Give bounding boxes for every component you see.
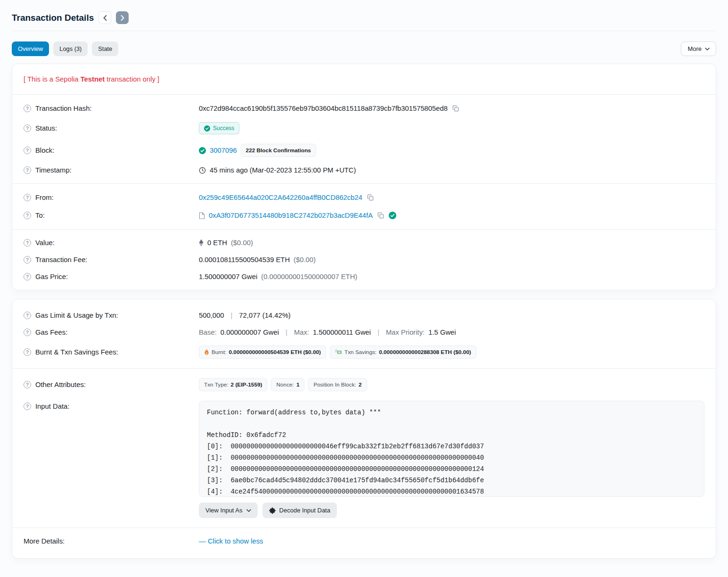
help-icon[interactable]: ? [24, 212, 31, 219]
row-transaction-hash: ? Transaction Hash: 0xc72d984ccac6190b5f… [24, 99, 704, 117]
separator: | [286, 329, 287, 336]
block-confirmations-badge: 222 Block Confirmations [241, 144, 316, 157]
separator: | [377, 329, 379, 336]
help-icon[interactable]: ? [24, 239, 31, 247]
from-address-link[interactable]: 0x259c49E65644a020C2A642260a4ffB0CD862cb… [199, 194, 362, 201]
row-status: ? Status: Success [24, 117, 704, 139]
gas-usage-value: 72,077 (14.42%) [239, 312, 290, 319]
help-icon[interactable]: ? [24, 348, 31, 356]
row-transaction-fee: ? Transaction Fee: 0.000108115500504539 … [24, 251, 704, 268]
input-data-content: Function: forward(address to,bytes data)… [207, 407, 696, 497]
row-block: ? Block: 3007096 222 Block Confirmations [24, 139, 704, 162]
to-label: To: [35, 212, 45, 219]
chevron-left-icon [103, 15, 107, 21]
value-amount: 0 ETH [207, 239, 227, 247]
banner-bold: Testnet [81, 75, 105, 83]
base-fee-label: Base: [199, 329, 217, 336]
row-gas-limit-usage: ? Gas Limit & Usage by Txn: 500,000 | 72… [24, 304, 704, 324]
row-input-data: ? Input Data: Function: forward(address … [24, 396, 704, 523]
position-badge-value: 2 [359, 381, 362, 388]
max-fee-label: Max: [294, 329, 309, 336]
max-priority-fee-label: Max Priority: [386, 329, 425, 336]
txn-savings-badge-label: Txn Savings: [344, 349, 376, 355]
page-title: Transaction Details [12, 13, 94, 23]
txn-type-badge-label: Txn Type: [204, 381, 229, 388]
help-icon[interactable]: ? [24, 256, 31, 264]
decode-input-data-button[interactable]: Decode Input Data [262, 503, 337, 518]
more-dropdown-button[interactable]: More [681, 41, 716, 56]
nonce-badge: Nonce: 1 [271, 378, 304, 391]
transaction-hash-label: Transaction Hash: [35, 105, 92, 112]
help-icon[interactable]: ? [24, 194, 31, 201]
banner-prefix: [ This is a Sepolia [24, 75, 81, 83]
verified-check-circle-icon [389, 212, 396, 219]
testnet-banner: [ This is a Sepolia Testnet transaction … [24, 69, 704, 90]
help-icon[interactable]: ? [24, 403, 31, 410]
copy-to-address-button[interactable] [376, 211, 385, 220]
tab-state[interactable]: State [92, 41, 118, 56]
divider [12, 528, 716, 528]
row-gas-price: ? Gas Price: 1.500000007 Gwei (0.0000000… [24, 268, 704, 285]
copy-from-address-button[interactable] [366, 193, 375, 202]
help-icon[interactable]: ? [24, 329, 31, 336]
page-header: Transaction Details [12, 8, 716, 31]
details-card: ? Gas Limit & Usage by Txn: 500,000 | 72… [12, 299, 716, 559]
help-icon[interactable]: ? [24, 124, 31, 132]
row-value: ? Value: 0 ETH ($0.00) [24, 234, 704, 251]
separator: | [231, 312, 233, 319]
gas-price-label: Gas Price: [35, 273, 68, 280]
view-input-as-dropdown[interactable]: View Input As [199, 503, 258, 518]
contract-document-icon [199, 212, 205, 219]
value-usd: ($0.00) [231, 239, 253, 247]
from-label: From: [35, 194, 54, 201]
txn-type-badge: Txn Type: 2 (EIP-1559) [199, 378, 267, 391]
help-icon[interactable]: ? [24, 381, 31, 388]
help-icon[interactable]: ? [24, 273, 31, 280]
tab-logs[interactable]: Logs (3) [53, 41, 88, 56]
tab-overview[interactable]: Overview [12, 41, 49, 56]
divider [12, 368, 716, 369]
position-in-block-badge: Position In Block: 2 [308, 378, 367, 391]
next-transaction-button[interactable] [116, 11, 129, 24]
gas-price-amount: 1.500000007 Gwei [199, 273, 257, 280]
previous-transaction-button[interactable] [98, 11, 111, 24]
burnt-fee-badge-label: Burnt: [212, 349, 226, 355]
gas-price-eth: (0.000000001500000007 ETH) [261, 273, 357, 280]
row-burnt-savings: ? Burnt & Txn Savings Fees: Burnt: 0.000… [24, 341, 704, 363]
transaction-details-page: Transaction Details Overview Logs (3) St… [0, 0, 728, 577]
help-icon[interactable]: ? [24, 312, 31, 319]
block-label: Block: [35, 147, 54, 154]
txn-savings-badge: Txn Savings: 0.000000000000288308 ETH ($… [330, 346, 476, 359]
help-icon[interactable]: ? [24, 147, 31, 154]
row-to: ? To: 0xA3f07D6773514480b918C2742b027b3a… [24, 206, 704, 224]
to-address-link[interactable]: 0xA3f07D6773514480b918C2742b027b3acD9E44… [209, 212, 373, 219]
tab-bar: Overview Logs (3) State More [12, 41, 716, 56]
transaction-fee-amount: 0.000108115500504539 ETH [199, 256, 290, 264]
copy-transaction-hash-button[interactable] [451, 104, 460, 113]
row-more-details: More Details: — Click to show less [24, 533, 704, 553]
row-other-attributes: ? Other Attributes: Txn Type: 2 (EIP-155… [24, 373, 704, 396]
burnt-fee-badge: Burnt: 0.000000000000504539 ETH ($0.00) [199, 346, 326, 359]
max-priority-fee-value: 1.5 Gwei [428, 329, 456, 336]
decode-puzzle-icon [269, 507, 276, 514]
divider [12, 94, 716, 95]
clock-icon [199, 167, 206, 174]
gas-limit-usage-label: Gas Limit & Usage by Txn: [35, 312, 118, 319]
value-label: Value: [35, 239, 55, 247]
block-number-link[interactable]: 3007096 [210, 147, 237, 154]
txn-type-badge-value: 2 (EIP-1559) [231, 381, 262, 388]
transaction-fee-usd: ($0.00) [294, 256, 316, 264]
divider [12, 183, 716, 184]
overview-card: [ This is a Sepolia Testnet transaction … [12, 64, 716, 290]
flame-icon [204, 349, 209, 355]
help-icon[interactable]: ? [24, 105, 31, 112]
input-data-textarea[interactable]: Function: forward(address to,bytes data)… [199, 401, 704, 497]
help-icon[interactable]: ? [24, 166, 31, 174]
chevron-down-icon [246, 509, 251, 512]
copy-icon [452, 105, 459, 112]
nonce-badge-label: Nonce: [276, 381, 294, 388]
gas-fees-label: Gas Fees: [35, 329, 67, 336]
show-less-link[interactable]: — Click to show less [199, 537, 263, 545]
max-fee-value: 1.500000011 Gwei [313, 329, 371, 336]
money-wings-icon [335, 349, 342, 355]
